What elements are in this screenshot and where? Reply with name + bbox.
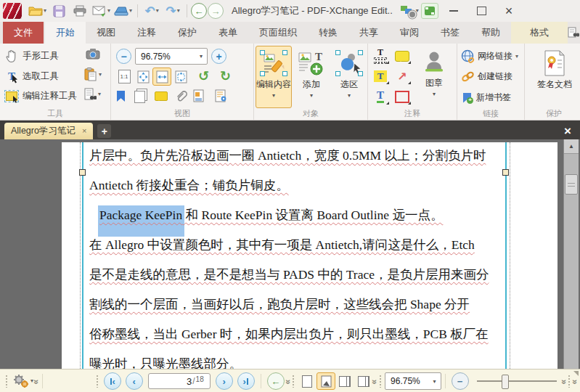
email-button[interactable]: ▾ <box>91 2 112 20</box>
status-zoom-combobox[interactable]: 96.75% ▾ <box>385 372 441 390</box>
forward-arrow-icon: → <box>211 6 221 17</box>
underline-tool-button[interactable]: T <box>371 88 390 105</box>
tab-help[interactable]: 帮助 <box>470 22 511 44</box>
pdf-page[interactable]: 片层中。负片先沿板边画一圈 Antietch，宽度 0.5MM 以上；分割负片时… <box>62 142 557 369</box>
forward-button[interactable]: → <box>208 3 224 19</box>
actual-size-button[interactable]: 1:1 <box>115 68 134 86</box>
tab-home[interactable]: 开始 <box>45 22 86 44</box>
search-button[interactable]: ▾ <box>84 88 101 101</box>
fullscreen-toggle-button[interactable] <box>421 3 438 19</box>
close-window-button[interactable]: × <box>505 4 513 17</box>
layout-options-chevron[interactable]: » <box>371 380 380 383</box>
paste-button[interactable]: ▾ <box>84 68 102 81</box>
hand-tool-button[interactable]: 手形工具 <box>4 49 59 63</box>
next-page-button[interactable]: › <box>216 372 233 390</box>
selection-button[interactable]: 选区 ▾ <box>331 46 367 108</box>
zoom-slider[interactable] <box>477 380 557 382</box>
open-file-button[interactable]: ▾ <box>27 2 48 20</box>
stamp-button[interactable]: 图章 ▾ <box>414 46 454 108</box>
zoom-out-button[interactable]: − <box>116 49 131 64</box>
sticky-note-tool-button[interactable] <box>393 47 412 65</box>
zoom-options-chevron[interactable]: » <box>560 380 568 383</box>
highlight-tool-button[interactable]: T <box>371 68 390 85</box>
toolbar-grip <box>96 375 99 388</box>
tab-convert[interactable]: 转换 <box>308 22 348 44</box>
zoom-level-combobox[interactable]: 96.75% ▾ <box>135 48 208 65</box>
fields-pane-button[interactable] <box>193 89 205 102</box>
last-page-button[interactable]: › <box>237 372 255 390</box>
edit-content-button[interactable]: 编辑内容 ▾ <box>256 46 292 108</box>
zoom-slider-thumb[interactable] <box>502 375 509 389</box>
tab-protect[interactable]: 保护 <box>167 22 208 44</box>
zoom-in-button[interactable]: + <box>211 49 226 64</box>
maximize-button[interactable] <box>477 7 486 15</box>
tab-review[interactable]: 审阅 <box>389 22 430 44</box>
typewriter-tool-button[interactable]: T <box>371 47 390 65</box>
sticky-note-icon <box>395 51 409 62</box>
add-object-button[interactable]: T 添加 ▾ <box>293 46 330 108</box>
tab-file[interactable]: 文件 <box>3 22 44 44</box>
attachments-pane-button[interactable] <box>175 89 188 102</box>
close-tab-icon[interactable]: × <box>82 127 86 135</box>
redo-button[interactable]: ↷ ▾ <box>163 2 183 20</box>
comments-pane-button[interactable] <box>155 91 168 101</box>
rectangle-tool-button[interactable] <box>393 88 412 105</box>
content-box-handle-left[interactable] <box>79 169 86 176</box>
first-page-button[interactable]: ‹ <box>104 372 121 390</box>
separator <box>187 4 187 17</box>
tab-form[interactable]: 表单 <box>208 22 248 44</box>
sign-document-button[interactable]: 签名文档 <box>535 46 574 108</box>
previous-view-button[interactable]: ← <box>267 372 285 390</box>
edit-comment-tool-button[interactable]: 编辑注释工具 <box>4 89 77 102</box>
scrollbar-thumb[interactable] <box>565 174 578 195</box>
bookmarks-pane-button[interactable] <box>117 91 125 102</box>
document-tab-active[interactable]: Allegro学习笔记 × <box>4 123 93 139</box>
add-bookmark-button[interactable]: + 新增书签 <box>461 91 511 104</box>
select-tool-button[interactable]: T 选取工具 <box>4 69 59 83</box>
page-number-field[interactable]: 3 / 18 <box>148 373 211 389</box>
arrow-tool-button[interactable]: ↗ <box>393 68 412 85</box>
fit-page-button[interactable] <box>134 68 152 86</box>
single-page-layout-button[interactable] <box>298 372 316 390</box>
new-tab-button[interactable]: + <box>97 124 111 138</box>
scroll-up-button[interactable]: ▲ <box>564 139 579 154</box>
fit-width-layout-button[interactable] <box>316 372 335 390</box>
status-zoom-out-button[interactable]: − <box>452 372 469 390</box>
tab-view[interactable]: 视图 <box>86 22 126 44</box>
more-tools-chevron[interactable]: » <box>32 380 41 383</box>
undo-button[interactable]: ↶ ▾ <box>142 2 162 20</box>
tab-comment[interactable]: 注释 <box>126 22 167 44</box>
properties-pane-button[interactable] <box>215 89 227 102</box>
save-button[interactable] <box>49 2 69 20</box>
print-button[interactable] <box>70 2 90 20</box>
rotate-left-button[interactable]: ↺ <box>198 70 209 83</box>
tab-format[interactable]: 格式 <box>511 22 568 44</box>
fit-page-icon <box>137 70 150 83</box>
create-link-button[interactable]: 创建链接 <box>461 70 512 83</box>
rotate-right-button[interactable]: ↻ <box>220 70 231 83</box>
fit-width-layout-icon <box>321 375 332 388</box>
view-history-chevron[interactable]: » <box>284 380 293 383</box>
thumbnails-pane-button[interactable] <box>134 91 145 103</box>
highlight-text-icon: T <box>374 70 387 82</box>
previous-page-button[interactable]: ‹ <box>126 372 143 390</box>
vertical-scrollbar[interactable]: ▲ <box>563 139 579 369</box>
fit-visible-button[interactable] <box>171 68 190 86</box>
web-links-button[interactable]: 网络链接 ▾ <box>461 49 518 63</box>
find-in-document-icon[interactable] <box>568 27 579 38</box>
close-document-button[interactable]: × <box>560 125 576 137</box>
content-box-handle-right[interactable] <box>502 169 509 176</box>
fullscreen-icon <box>425 7 435 15</box>
session-settings-button[interactable]: ▾ <box>399 2 420 20</box>
document-view[interactable]: 片层中。负片先沿板边画一圈 Antietch，宽度 0.5MM 以上；分割负片时… <box>0 139 580 369</box>
scan-button[interactable]: ▾ <box>113 2 134 20</box>
tab-organize[interactable]: 页面组织 <box>248 22 308 44</box>
two-page-layout-button[interactable] <box>335 372 354 390</box>
overflow-chevron[interactable]: » <box>571 380 580 383</box>
snapshot-button[interactable] <box>86 48 100 60</box>
tab-share[interactable]: 共享 <box>348 22 389 44</box>
tab-bookmarks[interactable]: 书签 <box>430 22 470 44</box>
fit-width-button[interactable] <box>152 68 171 86</box>
back-button[interactable]: ← <box>191 3 207 19</box>
minimize-button[interactable] <box>449 10 458 12</box>
